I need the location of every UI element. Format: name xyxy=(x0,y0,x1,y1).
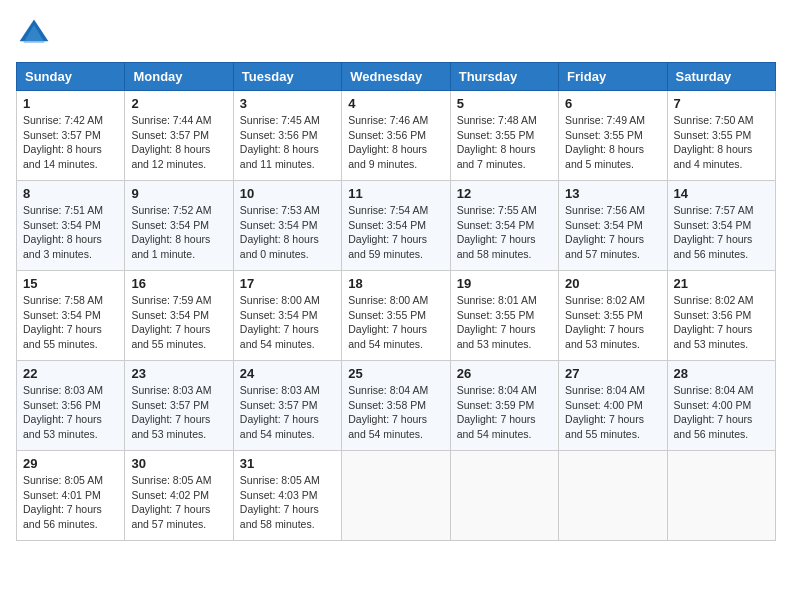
day-info: Sunrise: 8:05 AMSunset: 4:02 PMDaylight:… xyxy=(131,473,226,532)
day-number: 28 xyxy=(674,366,769,381)
week-row-4: 22 Sunrise: 8:03 AMSunset: 3:56 PMDaylig… xyxy=(17,361,776,451)
day-number: 12 xyxy=(457,186,552,201)
weekday-header-monday: Monday xyxy=(125,63,233,91)
calendar-cell: 19 Sunrise: 8:01 AMSunset: 3:55 PMDaylig… xyxy=(450,271,558,361)
day-number: 3 xyxy=(240,96,335,111)
day-number: 14 xyxy=(674,186,769,201)
calendar-cell: 2 Sunrise: 7:44 AMSunset: 3:57 PMDayligh… xyxy=(125,91,233,181)
calendar-cell: 10 Sunrise: 7:53 AMSunset: 3:54 PMDaylig… xyxy=(233,181,341,271)
day-info: Sunrise: 8:03 AMSunset: 3:57 PMDaylight:… xyxy=(240,383,335,442)
day-number: 9 xyxy=(131,186,226,201)
weekday-header-sunday: Sunday xyxy=(17,63,125,91)
day-number: 25 xyxy=(348,366,443,381)
logo-icon xyxy=(16,16,52,52)
calendar-cell: 14 Sunrise: 7:57 AMSunset: 3:54 PMDaylig… xyxy=(667,181,775,271)
calendar-cell: 26 Sunrise: 8:04 AMSunset: 3:59 PMDaylig… xyxy=(450,361,558,451)
day-number: 21 xyxy=(674,276,769,291)
weekday-header-tuesday: Tuesday xyxy=(233,63,341,91)
calendar-cell: 7 Sunrise: 7:50 AMSunset: 3:55 PMDayligh… xyxy=(667,91,775,181)
day-number: 16 xyxy=(131,276,226,291)
week-row-2: 8 Sunrise: 7:51 AMSunset: 3:54 PMDayligh… xyxy=(17,181,776,271)
week-row-1: 1 Sunrise: 7:42 AMSunset: 3:57 PMDayligh… xyxy=(17,91,776,181)
calendar-cell xyxy=(450,451,558,541)
calendar-cell: 22 Sunrise: 8:03 AMSunset: 3:56 PMDaylig… xyxy=(17,361,125,451)
calendar-cell: 12 Sunrise: 7:55 AMSunset: 3:54 PMDaylig… xyxy=(450,181,558,271)
day-info: Sunrise: 8:04 AMSunset: 3:59 PMDaylight:… xyxy=(457,383,552,442)
day-number: 10 xyxy=(240,186,335,201)
day-number: 6 xyxy=(565,96,660,111)
calendar-cell: 1 Sunrise: 7:42 AMSunset: 3:57 PMDayligh… xyxy=(17,91,125,181)
day-info: Sunrise: 7:46 AMSunset: 3:56 PMDaylight:… xyxy=(348,113,443,172)
calendar-cell: 9 Sunrise: 7:52 AMSunset: 3:54 PMDayligh… xyxy=(125,181,233,271)
day-info: Sunrise: 7:53 AMSunset: 3:54 PMDaylight:… xyxy=(240,203,335,262)
weekday-header-saturday: Saturday xyxy=(667,63,775,91)
weekday-header-thursday: Thursday xyxy=(450,63,558,91)
day-info: Sunrise: 7:52 AMSunset: 3:54 PMDaylight:… xyxy=(131,203,226,262)
calendar-cell: 6 Sunrise: 7:49 AMSunset: 3:55 PMDayligh… xyxy=(559,91,667,181)
day-info: Sunrise: 8:01 AMSunset: 3:55 PMDaylight:… xyxy=(457,293,552,352)
calendar-cell: 4 Sunrise: 7:46 AMSunset: 3:56 PMDayligh… xyxy=(342,91,450,181)
day-info: Sunrise: 7:59 AMSunset: 3:54 PMDaylight:… xyxy=(131,293,226,352)
calendar-cell: 23 Sunrise: 8:03 AMSunset: 3:57 PMDaylig… xyxy=(125,361,233,451)
week-row-5: 29 Sunrise: 8:05 AMSunset: 4:01 PMDaylig… xyxy=(17,451,776,541)
calendar-cell: 18 Sunrise: 8:00 AMSunset: 3:55 PMDaylig… xyxy=(342,271,450,361)
calendar-cell xyxy=(559,451,667,541)
day-info: Sunrise: 8:02 AMSunset: 3:55 PMDaylight:… xyxy=(565,293,660,352)
day-info: Sunrise: 7:50 AMSunset: 3:55 PMDaylight:… xyxy=(674,113,769,172)
calendar-cell: 13 Sunrise: 7:56 AMSunset: 3:54 PMDaylig… xyxy=(559,181,667,271)
week-row-3: 15 Sunrise: 7:58 AMSunset: 3:54 PMDaylig… xyxy=(17,271,776,361)
day-info: Sunrise: 7:49 AMSunset: 3:55 PMDaylight:… xyxy=(565,113,660,172)
calendar-cell: 30 Sunrise: 8:05 AMSunset: 4:02 PMDaylig… xyxy=(125,451,233,541)
page-header xyxy=(16,16,776,52)
day-number: 29 xyxy=(23,456,118,471)
day-info: Sunrise: 8:00 AMSunset: 3:55 PMDaylight:… xyxy=(348,293,443,352)
calendar-cell: 8 Sunrise: 7:51 AMSunset: 3:54 PMDayligh… xyxy=(17,181,125,271)
calendar-cell: 31 Sunrise: 8:05 AMSunset: 4:03 PMDaylig… xyxy=(233,451,341,541)
calendar-cell xyxy=(667,451,775,541)
day-number: 17 xyxy=(240,276,335,291)
day-info: Sunrise: 8:02 AMSunset: 3:56 PMDaylight:… xyxy=(674,293,769,352)
day-info: Sunrise: 8:03 AMSunset: 3:57 PMDaylight:… xyxy=(131,383,226,442)
day-info: Sunrise: 8:04 AMSunset: 3:58 PMDaylight:… xyxy=(348,383,443,442)
calendar-cell: 5 Sunrise: 7:48 AMSunset: 3:55 PMDayligh… xyxy=(450,91,558,181)
day-info: Sunrise: 7:56 AMSunset: 3:54 PMDaylight:… xyxy=(565,203,660,262)
day-info: Sunrise: 8:05 AMSunset: 4:01 PMDaylight:… xyxy=(23,473,118,532)
day-info: Sunrise: 7:55 AMSunset: 3:54 PMDaylight:… xyxy=(457,203,552,262)
day-info: Sunrise: 7:58 AMSunset: 3:54 PMDaylight:… xyxy=(23,293,118,352)
day-number: 31 xyxy=(240,456,335,471)
day-number: 7 xyxy=(674,96,769,111)
calendar-cell xyxy=(342,451,450,541)
calendar-cell: 15 Sunrise: 7:58 AMSunset: 3:54 PMDaylig… xyxy=(17,271,125,361)
day-number: 1 xyxy=(23,96,118,111)
calendar-cell: 11 Sunrise: 7:54 AMSunset: 3:54 PMDaylig… xyxy=(342,181,450,271)
day-number: 30 xyxy=(131,456,226,471)
day-info: Sunrise: 7:42 AMSunset: 3:57 PMDaylight:… xyxy=(23,113,118,172)
day-info: Sunrise: 8:04 AMSunset: 4:00 PMDaylight:… xyxy=(565,383,660,442)
calendar-cell: 16 Sunrise: 7:59 AMSunset: 3:54 PMDaylig… xyxy=(125,271,233,361)
calendar-cell: 3 Sunrise: 7:45 AMSunset: 3:56 PMDayligh… xyxy=(233,91,341,181)
day-number: 18 xyxy=(348,276,443,291)
calendar-cell: 21 Sunrise: 8:02 AMSunset: 3:56 PMDaylig… xyxy=(667,271,775,361)
calendar-cell: 27 Sunrise: 8:04 AMSunset: 4:00 PMDaylig… xyxy=(559,361,667,451)
day-number: 2 xyxy=(131,96,226,111)
day-number: 20 xyxy=(565,276,660,291)
day-info: Sunrise: 7:45 AMSunset: 3:56 PMDaylight:… xyxy=(240,113,335,172)
weekday-header-wednesday: Wednesday xyxy=(342,63,450,91)
day-number: 5 xyxy=(457,96,552,111)
day-info: Sunrise: 7:48 AMSunset: 3:55 PMDaylight:… xyxy=(457,113,552,172)
day-number: 19 xyxy=(457,276,552,291)
calendar-cell: 29 Sunrise: 8:05 AMSunset: 4:01 PMDaylig… xyxy=(17,451,125,541)
day-number: 26 xyxy=(457,366,552,381)
day-info: Sunrise: 7:44 AMSunset: 3:57 PMDaylight:… xyxy=(131,113,226,172)
calendar-cell: 20 Sunrise: 8:02 AMSunset: 3:55 PMDaylig… xyxy=(559,271,667,361)
day-info: Sunrise: 7:51 AMSunset: 3:54 PMDaylight:… xyxy=(23,203,118,262)
day-number: 23 xyxy=(131,366,226,381)
calendar-table: SundayMondayTuesdayWednesdayThursdayFrid… xyxy=(16,62,776,541)
day-info: Sunrise: 8:03 AMSunset: 3:56 PMDaylight:… xyxy=(23,383,118,442)
day-number: 27 xyxy=(565,366,660,381)
day-info: Sunrise: 8:04 AMSunset: 4:00 PMDaylight:… xyxy=(674,383,769,442)
day-number: 13 xyxy=(565,186,660,201)
calendar-cell: 25 Sunrise: 8:04 AMSunset: 3:58 PMDaylig… xyxy=(342,361,450,451)
day-info: Sunrise: 7:57 AMSunset: 3:54 PMDaylight:… xyxy=(674,203,769,262)
day-number: 22 xyxy=(23,366,118,381)
